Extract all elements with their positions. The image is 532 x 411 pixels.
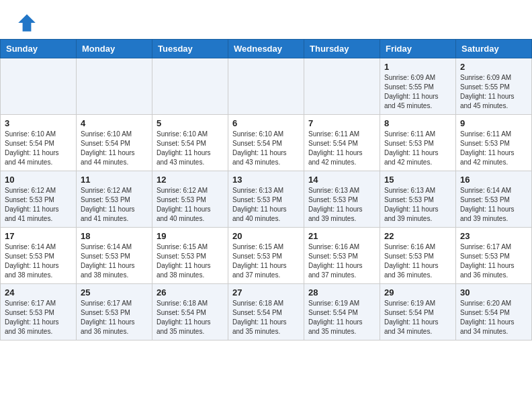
day-number: 15 (384, 175, 451, 185)
day-number: 20 (232, 231, 300, 241)
calendar-day-cell: 7Sunrise: 6:11 AM Sunset: 5:54 PM Daylig… (304, 115, 380, 171)
day-number: 22 (384, 231, 451, 241)
day-of-week-header: Saturday (456, 40, 532, 58)
calendar-day-cell: 13Sunrise: 6:13 AM Sunset: 5:53 PM Dayli… (228, 171, 304, 228)
day-number: 24 (5, 287, 72, 298)
day-number: 16 (460, 175, 527, 185)
day-info: Sunrise: 6:15 AM Sunset: 5:53 PM Dayligh… (232, 242, 300, 280)
day-info: Sunrise: 6:14 AM Sunset: 5:53 PM Dayligh… (460, 186, 527, 224)
day-info: Sunrise: 6:09 AM Sunset: 5:55 PM Dayligh… (384, 73, 451, 111)
calendar-day-cell: 6Sunrise: 6:10 AM Sunset: 5:54 PM Daylig… (228, 115, 304, 171)
day-of-week-header: Thursday (304, 40, 380, 58)
day-info: Sunrise: 6:11 AM Sunset: 5:54 PM Dayligh… (308, 130, 375, 167)
calendar-day-cell (152, 58, 228, 115)
day-info: Sunrise: 6:11 AM Sunset: 5:53 PM Dayligh… (460, 130, 527, 167)
calendar-day-cell: 18Sunrise: 6:14 AM Sunset: 5:53 PM Dayli… (77, 228, 152, 284)
calendar-header-row: SundayMondayTuesdayWednesdayThursdayFrid… (1, 40, 532, 58)
calendar-day-cell: 15Sunrise: 6:13 AM Sunset: 5:53 PM Dayli… (380, 171, 456, 228)
day-number: 23 (460, 231, 527, 241)
calendar-week-row: 24Sunrise: 6:17 AM Sunset: 5:53 PM Dayli… (1, 284, 532, 340)
day-number: 8 (384, 118, 451, 128)
calendar-week-row: 17Sunrise: 6:14 AM Sunset: 5:53 PM Dayli… (1, 228, 532, 284)
day-number: 6 (232, 118, 300, 128)
calendar-day-cell: 19Sunrise: 6:15 AM Sunset: 5:53 PM Dayli… (152, 228, 228, 284)
day-number: 2 (460, 62, 527, 72)
logo (16, 12, 40, 34)
calendar-day-cell: 20Sunrise: 6:15 AM Sunset: 5:53 PM Dayli… (228, 228, 304, 284)
calendar-day-cell: 10Sunrise: 6:12 AM Sunset: 5:53 PM Dayli… (1, 171, 77, 228)
day-number: 1 (384, 62, 451, 72)
calendar-week-row: 1Sunrise: 6:09 AM Sunset: 5:55 PM Daylig… (1, 58, 532, 115)
day-info: Sunrise: 6:14 AM Sunset: 5:53 PM Dayligh… (5, 242, 72, 280)
calendar-day-cell: 21Sunrise: 6:16 AM Sunset: 5:53 PM Dayli… (304, 228, 380, 284)
day-info: Sunrise: 6:16 AM Sunset: 5:53 PM Dayligh… (308, 242, 375, 280)
day-number: 7 (308, 118, 375, 128)
day-info: Sunrise: 6:12 AM Sunset: 5:53 PM Dayligh… (157, 186, 224, 224)
day-info: Sunrise: 6:14 AM Sunset: 5:53 PM Dayligh… (81, 242, 148, 280)
day-number: 11 (81, 175, 148, 185)
svg-marker-0 (18, 14, 36, 32)
day-info: Sunrise: 6:15 AM Sunset: 5:53 PM Dayligh… (157, 242, 224, 280)
day-info: Sunrise: 6:18 AM Sunset: 5:54 PM Dayligh… (232, 299, 300, 336)
day-number: 28 (308, 287, 375, 298)
calendar-day-cell: 25Sunrise: 6:17 AM Sunset: 5:53 PM Dayli… (77, 284, 152, 340)
day-info: Sunrise: 6:10 AM Sunset: 5:54 PM Dayligh… (157, 130, 224, 167)
calendar-day-cell: 1Sunrise: 6:09 AM Sunset: 5:55 PM Daylig… (380, 58, 456, 115)
day-number: 12 (157, 175, 224, 185)
day-number: 26 (157, 287, 224, 298)
day-info: Sunrise: 6:09 AM Sunset: 5:55 PM Dayligh… (460, 73, 527, 111)
day-number: 9 (460, 118, 527, 128)
day-info: Sunrise: 6:16 AM Sunset: 5:53 PM Dayligh… (384, 242, 451, 280)
day-number: 25 (81, 287, 148, 298)
calendar-day-cell: 8Sunrise: 6:11 AM Sunset: 5:53 PM Daylig… (380, 115, 456, 171)
calendar-week-row: 10Sunrise: 6:12 AM Sunset: 5:53 PM Dayli… (1, 171, 532, 228)
day-number: 5 (157, 118, 224, 128)
day-info: Sunrise: 6:11 AM Sunset: 5:53 PM Dayligh… (384, 130, 451, 167)
calendar-day-cell: 24Sunrise: 6:17 AM Sunset: 5:53 PM Dayli… (1, 284, 77, 340)
day-number: 21 (308, 231, 375, 241)
day-of-week-header: Monday (77, 40, 152, 58)
calendar-day-cell: 3Sunrise: 6:10 AM Sunset: 5:54 PM Daylig… (1, 115, 77, 171)
day-number: 29 (384, 287, 451, 298)
day-number: 17 (5, 231, 72, 241)
day-info: Sunrise: 6:10 AM Sunset: 5:54 PM Dayligh… (81, 130, 148, 167)
day-info: Sunrise: 6:13 AM Sunset: 5:53 PM Dayligh… (384, 186, 451, 224)
calendar-day-cell (1, 58, 77, 115)
logo-icon (16, 12, 38, 34)
day-info: Sunrise: 6:12 AM Sunset: 5:53 PM Dayligh… (81, 186, 148, 224)
day-of-week-header: Friday (380, 40, 456, 58)
day-info: Sunrise: 6:10 AM Sunset: 5:54 PM Dayligh… (5, 130, 72, 167)
day-of-week-header: Wednesday (228, 40, 304, 58)
day-info: Sunrise: 6:10 AM Sunset: 5:54 PM Dayligh… (232, 130, 300, 167)
day-info: Sunrise: 6:17 AM Sunset: 5:53 PM Dayligh… (460, 242, 527, 280)
calendar-table: SundayMondayTuesdayWednesdayThursdayFrid… (0, 39, 532, 340)
day-number: 4 (81, 118, 148, 128)
day-info: Sunrise: 6:17 AM Sunset: 5:53 PM Dayligh… (81, 299, 148, 336)
day-number: 19 (157, 231, 224, 241)
day-number: 30 (460, 287, 527, 298)
calendar-day-cell: 16Sunrise: 6:14 AM Sunset: 5:53 PM Dayli… (456, 171, 532, 228)
calendar-day-cell: 14Sunrise: 6:13 AM Sunset: 5:53 PM Dayli… (304, 171, 380, 228)
day-number: 14 (308, 175, 375, 185)
calendar-week-row: 3Sunrise: 6:10 AM Sunset: 5:54 PM Daylig… (1, 115, 532, 171)
calendar-day-cell: 27Sunrise: 6:18 AM Sunset: 5:54 PM Dayli… (228, 284, 304, 340)
day-number: 3 (5, 118, 72, 128)
day-number: 13 (232, 175, 300, 185)
calendar-day-cell: 23Sunrise: 6:17 AM Sunset: 5:53 PM Dayli… (456, 228, 532, 284)
calendar-day-cell (228, 58, 304, 115)
page-header (0, 0, 532, 39)
calendar-day-cell: 29Sunrise: 6:19 AM Sunset: 5:54 PM Dayli… (380, 284, 456, 340)
calendar-day-cell: 30Sunrise: 6:20 AM Sunset: 5:54 PM Dayli… (456, 284, 532, 340)
calendar-day-cell: 5Sunrise: 6:10 AM Sunset: 5:54 PM Daylig… (152, 115, 228, 171)
day-number: 27 (232, 287, 300, 298)
day-info: Sunrise: 6:20 AM Sunset: 5:54 PM Dayligh… (460, 299, 527, 336)
day-info: Sunrise: 6:18 AM Sunset: 5:54 PM Dayligh… (157, 299, 224, 336)
calendar-day-cell: 17Sunrise: 6:14 AM Sunset: 5:53 PM Dayli… (1, 228, 77, 284)
calendar-day-cell (304, 58, 380, 115)
day-info: Sunrise: 6:19 AM Sunset: 5:54 PM Dayligh… (308, 299, 375, 336)
calendar-day-cell: 28Sunrise: 6:19 AM Sunset: 5:54 PM Dayli… (304, 284, 380, 340)
day-info: Sunrise: 6:19 AM Sunset: 5:54 PM Dayligh… (384, 299, 451, 336)
calendar-day-cell: 22Sunrise: 6:16 AM Sunset: 5:53 PM Dayli… (380, 228, 456, 284)
calendar-day-cell: 26Sunrise: 6:18 AM Sunset: 5:54 PM Dayli… (152, 284, 228, 340)
calendar-day-cell: 12Sunrise: 6:12 AM Sunset: 5:53 PM Dayli… (152, 171, 228, 228)
